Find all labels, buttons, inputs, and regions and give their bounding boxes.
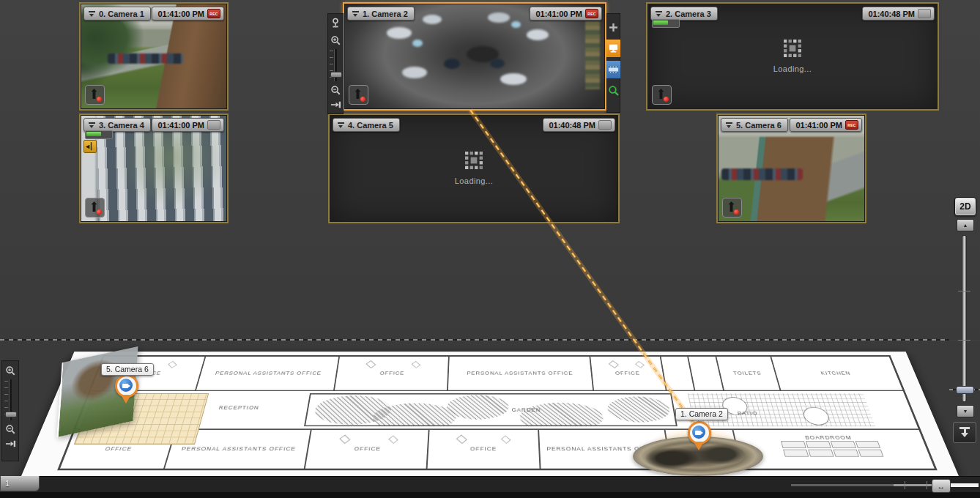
audio-event-icon[interactable]: ◄▏ [83,140,97,153]
floor-plan-3d[interactable]: OFFICE PERSONAL ASSISTANTS OFFICE OFFICE… [21,352,959,476]
camera-title-pill[interactable]: 4. Camera 5 [333,118,400,132]
room-label: KITCHEN [817,371,854,376]
zoom-in-icon[interactable] [329,34,342,47]
parked-cars [721,168,803,180]
tilt-up-button[interactable]: ▲ [957,219,974,231]
h-zoom-tick [927,481,927,489]
zoom-slider[interactable] [334,49,337,81]
timestamp-pill: 01:41:00 PM REC [790,118,862,132]
room-label: PERSONAL ASSISTANTS OFFICE [464,371,576,376]
camera-marker-pin[interactable] [687,421,709,450]
camera-tile-1[interactable]: 0. Camera 1 01:41:00 PM REC [79,2,229,111]
recording-indicator-icon [85,198,105,218]
room-label: OFFICE [377,371,408,376]
boardroom-table [781,442,884,457]
smart-search-icon[interactable] [606,82,620,100]
marker-tooltip: 1. Camera 2 [675,408,728,420]
zoom-in-icon[interactable] [4,364,17,377]
rec-badge: REC [207,9,220,18]
timestamp: 01:41:00 PM [157,10,204,18]
map-page-tab[interactable]: 1 [0,476,40,491]
timestamp-pill: 01:41:00 PM REC [530,7,602,21]
ptz-pin-icon[interactable] [329,16,342,29]
camera-title-pill[interactable]: 0. Camera 1 [83,7,151,21]
add-view-icon[interactable] [606,18,620,36]
timestamp: 01:40:48 PM [549,121,595,130]
caret-down-icon [726,122,732,128]
camera-tile-5[interactable]: Loading... 4. Camera 5 01:40:48 PM [328,114,620,223]
timestamp: 01:41:00 PM [535,10,582,18]
tilt-slider-handle[interactable] [956,386,974,394]
h-zoom-handle[interactable]: ↔ [932,479,951,493]
rec-badge [598,120,612,130]
camera-title: 5. Camera 6 [736,121,782,130]
timestamp-pill: 01:41:00 PM [152,118,224,132]
recording-indicator-icon [85,85,105,105]
live-view-icon[interactable] [606,40,620,57]
loading-grid-icon [784,40,801,57]
map-zoom-slider-handle[interactable] [5,412,17,417]
garden-area: GARDEN [304,393,678,427]
zoom-reset-icon[interactable] [4,437,17,450]
room-label: OFFICE [467,446,500,452]
camera-title: 4. Camera 5 [348,121,393,130]
zoom-slider-handle[interactable] [330,72,342,78]
drop-to-floor-icon [959,427,970,438]
room-label: PERSONAL ASSISTANTS OFFICE [178,446,300,452]
view-2d-button[interactable]: 2D [954,197,976,216]
buffer-progress-bar [652,19,680,28]
rec-badge: REC [585,9,598,18]
map-zoom-slider[interactable] [9,379,12,420]
ptz-zoom-toolbar [327,13,344,114]
camera-tile-2[interactable]: 1. Camera 2 01:41:00 PM REC [343,2,606,111]
drop-to-floor-button[interactable] [953,422,976,443]
rec-badge [918,9,931,18]
loading-text: Loading... [455,176,493,185]
tilt-down-button[interactable]: ▼ [957,405,974,417]
camera-title-pill[interactable]: 5. Camera 6 [721,118,788,132]
camera-tile-4[interactable]: ◄▏ 3. Camera 4 01:41:00 PM [79,114,229,223]
bookshelf [585,21,600,90]
tilt-slider[interactable] [962,236,966,401]
camera-title: 0. Camera 1 [99,10,144,18]
bottom-strip [0,492,980,498]
timestamp: 01:41:00 PM [157,121,204,130]
rec-badge: REC [845,120,858,130]
camera-title: 2. Camera 3 [666,10,711,18]
room-label: OFFICE [101,446,136,452]
room-label: PERSONAL ASSISTANTS OFFICE [212,371,325,376]
room-label: BOARDROOM [734,434,923,440]
rec-badge [207,120,220,130]
zoom-out-icon[interactable] [329,83,342,97]
camera-marker-pin[interactable] [114,374,136,404]
zoom-reset-icon[interactable] [329,98,342,111]
smart-client-window: 0. Camera 1 01:41:00 PM REC [0,0,980,498]
timestamp: 01:40:48 PM [868,10,915,18]
view-divider-dashed[interactable] [0,339,949,341]
camera-title: 1. Camera 2 [363,10,408,18]
playback-icon[interactable] [606,61,620,78]
recording-indicator-icon [722,198,742,218]
timestamp: 01:41:00 PM [795,121,842,130]
room-label: PATIO [734,410,761,416]
map-zoom-toolbar [1,360,19,461]
floor-plan: OFFICE PERSONAL ASSISTANTS OFFICE OFFICE… [57,355,938,470]
caret-down-icon [656,10,662,17]
camera-title-pill[interactable]: 1. Camera 2 [347,7,415,21]
caret-down-icon [89,122,95,128]
timestamp-pill: 01:40:48 PM [862,7,935,21]
caret-down-icon [89,10,95,17]
loading-text: Loading... [773,64,812,73]
caret-down-icon [352,10,359,17]
camera-tile-3[interactable]: Loading... 2. Camera 3 01:40:48 PM [646,2,939,111]
timestamp-pill: 01:41:00 PM REC [152,7,224,21]
loading-grid-icon [465,152,483,169]
room-label: OFFICE [351,446,384,452]
room-label: TOILETS [730,371,765,376]
recording-indicator-icon [349,85,368,105]
zoom-out-icon[interactable] [4,423,17,436]
buffer-progress-bar [85,130,113,139]
caret-down-icon [338,122,344,128]
camera-tile-6[interactable]: 5. Camera 6 01:41:00 PM REC [716,114,866,223]
room-label: RECEPTION [215,405,262,411]
